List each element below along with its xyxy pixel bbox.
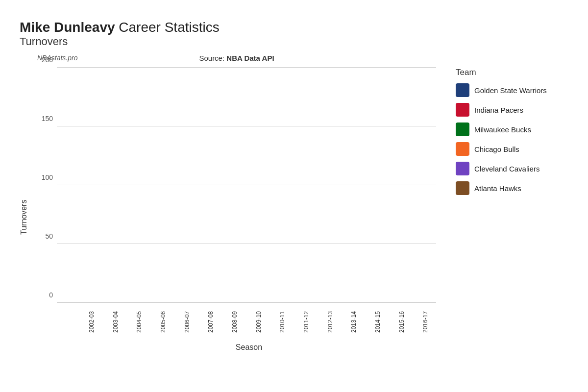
legend-item: Golden State Warriors bbox=[456, 83, 578, 97]
x-label: 2006-07 bbox=[177, 305, 198, 339]
legend-item: Indiana Pacers bbox=[456, 103, 578, 117]
y-tick-label: 50 bbox=[45, 232, 53, 240]
legend-swatch bbox=[456, 162, 469, 175]
y-axis-label: Turnovers bbox=[20, 53, 28, 352]
x-labels: 2002-032003-042004-052005-062006-072007-… bbox=[81, 305, 436, 339]
x-label: 2010-11 bbox=[272, 305, 293, 339]
y-tick-label: 200 bbox=[42, 56, 53, 64]
x-label: 2007-08 bbox=[200, 305, 221, 339]
legend-label: Indiana Pacers bbox=[474, 106, 523, 114]
y-tick-label: 0 bbox=[49, 291, 53, 299]
chart-and-legend: NBAstats.pro Source: NBA Data API 050100… bbox=[32, 53, 578, 352]
legend-label: Golden State Warriors bbox=[474, 86, 547, 95]
x-label: 2003-04 bbox=[105, 305, 126, 339]
y-tick-label: 100 bbox=[42, 173, 53, 181]
legend-item: Milwaukee Bucks bbox=[456, 122, 578, 136]
legend-item: Chicago Bulls bbox=[456, 142, 578, 156]
bars-row bbox=[57, 68, 436, 303]
x-label: 2016-17 bbox=[415, 305, 436, 339]
legend-item: Atlanta Hawks bbox=[456, 181, 578, 195]
chart-subtitle: Turnovers bbox=[20, 35, 578, 48]
legend-swatch bbox=[456, 142, 469, 156]
legend-title: Team bbox=[456, 68, 578, 77]
legend-label: Atlanta Hawks bbox=[474, 184, 521, 193]
chart-inner: NBAstats.pro Source: NBA Data API 050100… bbox=[32, 53, 441, 352]
x-label: 2013-14 bbox=[343, 305, 365, 339]
legend-label: Milwaukee Bucks bbox=[474, 125, 531, 134]
x-label: 2014-15 bbox=[368, 305, 389, 339]
legend: Team Golden State WarriorsIndiana Pacers… bbox=[451, 53, 578, 352]
title-bold: Mike Dunleavy bbox=[20, 20, 115, 35]
x-label: 2004-05 bbox=[129, 305, 150, 339]
legend-item: Cleveland Cavaliers bbox=[456, 162, 578, 175]
x-axis-title: Season bbox=[57, 343, 441, 352]
title-normal: Career Statistics bbox=[115, 20, 220, 35]
x-label: 2008-09 bbox=[224, 305, 245, 339]
source-label: Source: NBA Data API bbox=[199, 54, 274, 62]
source-bold: NBA Data API bbox=[226, 54, 274, 62]
x-label: 2002-03 bbox=[81, 305, 102, 339]
x-label: 2015-16 bbox=[392, 305, 413, 339]
x-label: 2005-06 bbox=[153, 305, 174, 339]
title-block: Mike Dunleavy Career Statistics Turnover… bbox=[20, 20, 578, 48]
x-label: 2011-12 bbox=[296, 305, 317, 339]
legend-label: Cleveland Cavaliers bbox=[474, 165, 539, 173]
legend-swatch bbox=[456, 122, 469, 136]
x-label: 2012-13 bbox=[320, 305, 341, 339]
x-label: 2009-10 bbox=[248, 305, 270, 339]
chart-area: Turnovers NBAstats.pro Source: NBA Data … bbox=[20, 53, 578, 352]
y-tick-label: 150 bbox=[42, 115, 53, 122]
grid-and-bars: 050100150200 bbox=[57, 68, 436, 303]
chart-container: Mike Dunleavy Career Statistics Turnover… bbox=[0, 0, 588, 392]
legend-swatch bbox=[456, 181, 469, 195]
source-text: Source: bbox=[199, 54, 226, 62]
chart-title: Mike Dunleavy Career Statistics bbox=[20, 20, 578, 35]
legend-swatch bbox=[456, 83, 469, 97]
legend-swatch bbox=[456, 103, 469, 117]
legend-label: Chicago Bulls bbox=[474, 145, 519, 153]
